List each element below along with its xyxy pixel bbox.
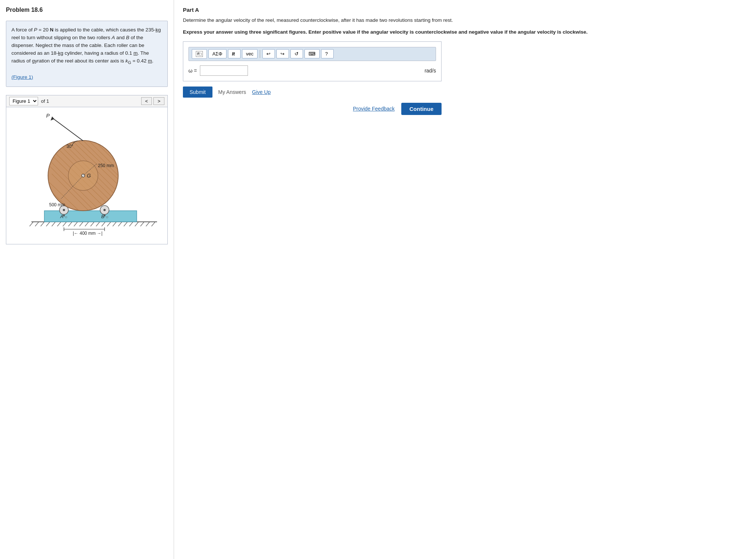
undo-icon: ↩ xyxy=(266,51,270,57)
svg-line-6 xyxy=(57,222,61,226)
problem-text: A force of P = 20 N is applied to the ca… xyxy=(11,26,162,66)
toolbar-sep-1 xyxy=(260,50,260,58)
figure-prev-button[interactable]: < xyxy=(141,97,152,105)
svg-line-9 xyxy=(74,222,78,226)
svg-line-10 xyxy=(79,222,83,226)
svg-line-8 xyxy=(68,222,72,226)
continue-button[interactable]: Continue xyxy=(401,103,442,115)
svg-rect-24 xyxy=(44,211,137,222)
refresh-button[interactable]: ↺ xyxy=(290,49,303,58)
svg-text:G: G xyxy=(87,173,91,179)
redo-button[interactable]: ↪ xyxy=(276,49,289,58)
svg-line-17 xyxy=(118,222,122,226)
svg-text:250 mm: 250 mm xyxy=(98,163,114,168)
figure-svg: G 250 mm 500 mm P 30° A ○ xyxy=(6,107,167,244)
svg-line-12 xyxy=(91,222,94,226)
omega-label: ω = xyxy=(188,68,197,74)
symbols-button[interactable]: ΑΣΦ xyxy=(208,49,227,58)
provide-feedback-link[interactable]: Provide Feedback xyxy=(353,106,395,112)
problem-title: Problem 18.6 xyxy=(6,7,168,13)
vec-button[interactable]: vec xyxy=(242,49,258,58)
svg-line-1 xyxy=(30,222,33,226)
italic-icon: It xyxy=(232,51,235,57)
math-toolbar: ∜□ ΑΣΦ It vec ↩ ↪ ↺ ⌨ xyxy=(188,47,436,61)
svg-text:○: ○ xyxy=(106,214,108,220)
answer-row: ω = rad/s xyxy=(188,65,436,76)
svg-line-21 xyxy=(140,222,144,226)
matrix-icon: ∜□ xyxy=(196,51,203,57)
svg-point-67 xyxy=(104,214,106,216)
svg-line-20 xyxy=(135,222,139,226)
figure-of: of 1 xyxy=(41,98,49,104)
svg-line-5 xyxy=(52,222,55,226)
figure-area: G 250 mm 500 mm P 30° A ○ xyxy=(6,107,167,244)
help-icon: ? xyxy=(325,51,328,57)
bottom-row: Provide Feedback Continue xyxy=(183,103,442,115)
svg-line-23 xyxy=(151,222,155,226)
undo-button[interactable]: ↩ xyxy=(262,49,275,58)
unit-label: rad/s xyxy=(425,68,436,74)
left-panel: Problem 18.6 A force of P = 20 N is appl… xyxy=(0,0,174,559)
svg-text:|← 400 mm →|: |← 400 mm →| xyxy=(73,231,102,236)
svg-point-28 xyxy=(103,209,106,211)
figure-panel: Figure 1 of 1 < > xyxy=(6,95,168,244)
svg-text:P: P xyxy=(46,113,50,119)
svg-line-59 xyxy=(53,118,83,141)
action-row: Submit My Answers Give Up xyxy=(183,87,747,98)
svg-line-11 xyxy=(85,222,89,226)
svg-text:A: A xyxy=(60,214,64,219)
svg-line-2 xyxy=(35,222,39,226)
italic-button[interactable]: It xyxy=(228,49,241,58)
refresh-icon: ↺ xyxy=(294,51,299,57)
figure-link[interactable]: (Figure 1) xyxy=(11,74,33,80)
my-answers-label: My Answers xyxy=(218,89,246,95)
figure-select[interactable]: Figure 1 xyxy=(9,97,38,105)
svg-text:30°: 30° xyxy=(67,144,73,149)
svg-marker-60 xyxy=(51,116,54,121)
submit-button[interactable]: Submit xyxy=(183,87,212,98)
svg-line-18 xyxy=(124,222,127,226)
svg-line-15 xyxy=(107,222,111,226)
vec-icon: vec xyxy=(246,51,253,57)
help-button[interactable]: ? xyxy=(321,49,334,58)
svg-line-3 xyxy=(41,222,44,226)
problem-box: A force of P = 20 N is applied to the ca… xyxy=(6,21,168,87)
svg-line-22 xyxy=(146,222,150,226)
figure-header: Figure 1 of 1 < > xyxy=(6,95,167,107)
part-instruction: Express your answer using three signific… xyxy=(183,28,747,36)
give-up-link[interactable]: Give Up xyxy=(252,89,271,95)
svg-line-7 xyxy=(63,222,67,226)
right-panel: Part A Determine the angular velocity of… xyxy=(174,0,756,559)
part-description: Determine the angular velocity of the re… xyxy=(183,17,747,24)
keyboard-button[interactable]: ⌨ xyxy=(304,49,320,58)
redo-icon: ↪ xyxy=(280,51,285,57)
symbols-icon: ΑΣΦ xyxy=(212,51,222,57)
matrix-button[interactable]: ∜□ xyxy=(192,49,207,59)
figure-next-button[interactable]: > xyxy=(153,97,164,105)
svg-text:500 mm: 500 mm xyxy=(49,202,65,207)
part-title: Part A xyxy=(183,7,747,13)
svg-line-4 xyxy=(46,222,50,226)
svg-line-16 xyxy=(113,222,116,226)
svg-point-26 xyxy=(63,209,65,211)
answer-input[interactable] xyxy=(200,65,248,76)
answer-box: ∜□ ΑΣΦ It vec ↩ ↪ ↺ ⌨ xyxy=(183,41,442,81)
svg-line-19 xyxy=(129,222,133,226)
svg-line-13 xyxy=(96,222,100,226)
keyboard-icon: ⌨ xyxy=(309,51,316,57)
svg-text:B: B xyxy=(101,214,105,219)
svg-line-14 xyxy=(102,222,105,226)
svg-text:○: ○ xyxy=(65,214,67,220)
